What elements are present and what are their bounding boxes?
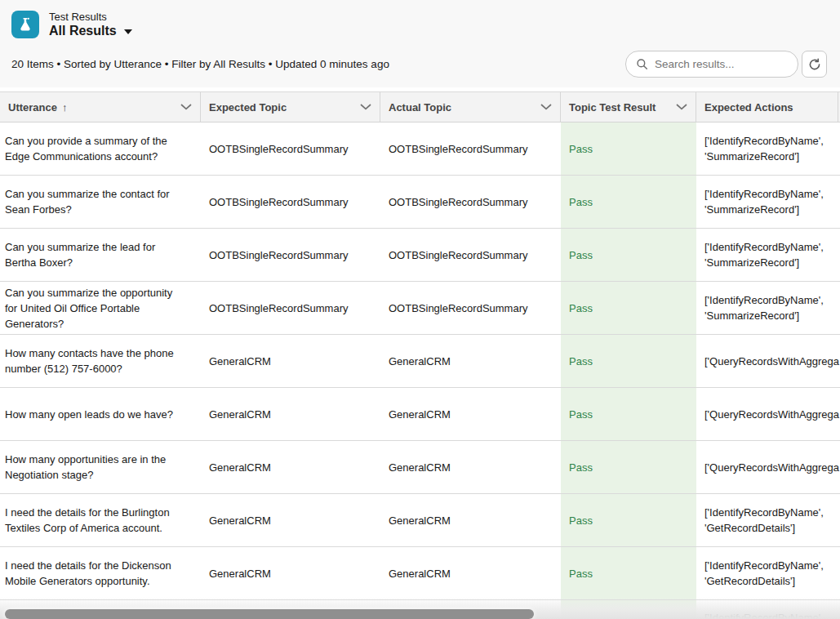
cell-utterance: I need the details for the Dickenson Mob… <box>0 547 201 599</box>
cell-result: Pass <box>561 282 696 334</box>
column-label: Expected Actions <box>704 101 793 114</box>
cell-actual-topic: GeneralCRM <box>380 388 561 440</box>
cell-utterance: Can you summarize the lead for Bertha Bo… <box>0 229 201 281</box>
cell-result: Pass <box>561 494 696 546</box>
horizontal-scrollbar-thumb[interactable] <box>5 609 534 619</box>
cell-expected-actions: ['IdentifyRecordByName', 'SummarizeRecor… <box>696 176 838 228</box>
refresh-icon <box>808 58 821 71</box>
cell-result: Pass <box>561 441 696 493</box>
cell-expected-actions: ['IdentifyRecordByName', 'GetRecordDetai… <box>696 494 838 546</box>
cell-utterance: Can you summarize the opportunity for Un… <box>0 282 201 334</box>
column-header-expected-actions[interactable]: Expected Actions <box>696 92 838 122</box>
table-row[interactable]: How many open leads do we have?GeneralCR… <box>0 388 840 441</box>
cell-utterance: How many open leads do we have? <box>0 388 201 440</box>
cell-expected-actions: ['IdentifyRecordByName', 'GetRecordDetai… <box>696 547 838 599</box>
cell-result: Pass <box>561 229 696 281</box>
cell-expected-topic: GeneralCRM <box>201 388 380 440</box>
cell-result: Pass <box>561 388 696 440</box>
column-header-utterance[interactable]: Utterance↑ <box>0 92 201 122</box>
cell-actual-topic: GeneralCRM <box>380 441 561 493</box>
cell-actual-topic: GeneralCRM <box>380 335 561 387</box>
column-label: Expected Topic <box>209 101 287 114</box>
cell-actual-topic: OOTBSingleRecordSummary <box>380 282 561 334</box>
title-block: Test Results All Results <box>11 11 132 38</box>
cell-utterance: I need the details for the Burlington Te… <box>0 494 201 546</box>
chevron-down-icon <box>124 29 132 34</box>
column-header-expected-topic[interactable]: Expected Topic <box>201 92 380 122</box>
cell-expected-topic: GeneralCRM <box>201 441 380 493</box>
search-input[interactable] <box>655 58 788 70</box>
cell-result: Pass <box>561 547 696 599</box>
chevron-down-icon[interactable] <box>360 104 371 110</box>
cell-expected-topic: GeneralCRM <box>201 494 380 546</box>
view-label: All Results <box>49 24 117 38</box>
chevron-down-icon[interactable] <box>676 104 687 110</box>
list-summary: 20 Items • Sorted by Utterance • Filter … <box>11 58 389 70</box>
cell-expected-actions: ['QueryRecordsWithAggrega <box>696 441 838 493</box>
cell-expected-actions: ['QueryRecordsWithAggrega <box>696 335 838 387</box>
search-box[interactable] <box>625 51 798 78</box>
cell-utterance: How many opportunities are in the Negoti… <box>0 441 201 493</box>
cell-utterance: Can you summarize the contact for Sean F… <box>0 176 201 228</box>
cell-result: Pass <box>561 335 696 387</box>
results-table: Utterance↑Expected TopicActual TopicTopi… <box>0 91 840 619</box>
cell-actual-topic: OOTBSingleRecordSummary <box>380 122 561 175</box>
search-icon <box>636 58 648 70</box>
list-view-header-panel: Test Results All Results 20 Items • Sort… <box>0 0 840 87</box>
sort-ascending-icon: ↑ <box>62 101 68 114</box>
entity-label: Test Results <box>49 11 132 23</box>
flask-icon <box>11 11 39 38</box>
cell-actual-topic: GeneralCRM <box>380 494 561 546</box>
table-header-row: Utterance↑Expected TopicActual TopicTopi… <box>0 91 840 122</box>
cell-expected-actions: ['IdentifyRecordByName', 'SummarizeRecor… <box>696 282 838 334</box>
table-row[interactable]: Can you summarize the opportunity for Un… <box>0 282 840 335</box>
cell-expected-topic: OOTBSingleRecordSummary <box>201 229 380 281</box>
cell-expected-actions: ['IdentifyRecordByName', 'SummarizeRecor… <box>696 122 838 175</box>
title-text: Test Results All Results <box>49 11 132 38</box>
cell-utterance: Can you provide a summary of the Edge Co… <box>0 122 201 175</box>
cell-expected-topic: GeneralCRM <box>201 547 380 599</box>
table-row[interactable]: How many contacts have the phone number … <box>0 335 840 388</box>
cell-expected-actions: ['IdentifyRecordByName', 'SummarizeRecor… <box>696 229 838 281</box>
column-label: Topic Test Result <box>569 101 656 114</box>
cell-actual-topic: OOTBSingleRecordSummary <box>380 176 561 228</box>
table-row[interactable]: I need the details for the Dickenson Mob… <box>0 547 840 600</box>
chevron-down-icon[interactable] <box>540 104 552 110</box>
column-label: Actual Topic <box>389 101 451 114</box>
cell-expected-actions: ['QueryRecordsWithAggrega <box>696 388 838 440</box>
table-row[interactable]: Can you provide a summary of the Edge Co… <box>0 122 840 176</box>
table-row[interactable]: Can you summarize the lead for Bertha Bo… <box>0 229 840 282</box>
column-header-actual-topic[interactable]: Actual Topic <box>380 92 561 122</box>
cell-expected-topic: OOTBSingleRecordSummary <box>201 122 380 175</box>
cell-utterance: How many contacts have the phone number … <box>0 335 201 387</box>
test-results-page: Test Results All Results 20 Items • Sort… <box>0 0 840 619</box>
cell-result: Pass <box>561 176 696 228</box>
horizontal-scrollbar-track[interactable] <box>0 597 840 619</box>
cell-actual-topic: OOTBSingleRecordSummary <box>380 229 561 281</box>
cell-result: Pass <box>561 122 696 175</box>
view-selector[interactable]: All Results <box>49 24 132 38</box>
cell-expected-topic: OOTBSingleRecordSummary <box>201 282 380 334</box>
column-header-topic-test-result[interactable]: Topic Test Result <box>561 92 696 122</box>
refresh-button[interactable] <box>802 51 827 78</box>
table-row[interactable]: I need the details for the Burlington Te… <box>0 494 840 547</box>
chevron-down-icon[interactable] <box>180 104 192 110</box>
cell-actual-topic: GeneralCRM <box>380 547 561 599</box>
cell-expected-topic: OOTBSingleRecordSummary <box>201 176 380 228</box>
table-row[interactable]: How many opportunities are in the Negoti… <box>0 441 840 494</box>
table-body: Can you provide a summary of the Edge Co… <box>0 122 840 619</box>
table-row[interactable]: Can you summarize the contact for Sean F… <box>0 176 840 229</box>
cell-expected-topic: GeneralCRM <box>201 335 380 387</box>
column-label: Utterance <box>8 101 57 114</box>
